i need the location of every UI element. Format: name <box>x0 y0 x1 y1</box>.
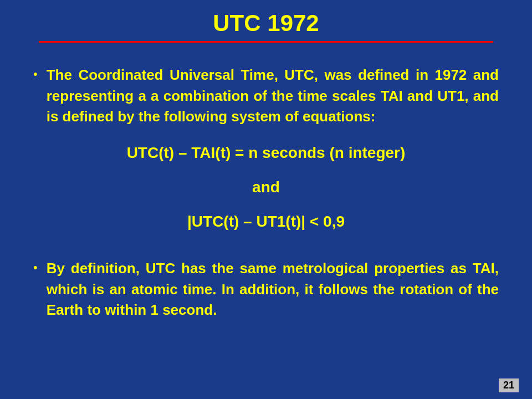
bullet-item-2: • By definition, UTC has the same metrol… <box>33 258 499 321</box>
bullet-text-2: By definition, UTC has the same metrolog… <box>47 258 499 321</box>
bullet-text-1: The Coordinated Universal Time, UTC, was… <box>47 65 499 127</box>
equations-area: UTC(t) – TAI(t) = n seconds (n integer) … <box>33 144 499 247</box>
title-area: UTC 1972 <box>0 0 532 48</box>
bullet-item-1: • The Coordinated Universal Time, UTC, w… <box>33 65 499 127</box>
equation-2: |UTC(t) – UT1(t)| < 0,9 <box>33 213 499 231</box>
slide: UTC 1972 • The Coordinated Universal Tim… <box>0 0 532 399</box>
slide-title: UTC 1972 <box>22 10 510 37</box>
bullet-dot-1: • <box>33 66 38 83</box>
content-area: • The Coordinated Universal Time, UTC, w… <box>0 48 532 399</box>
bullet-dot-2: • <box>33 259 38 277</box>
title-underline <box>39 41 493 43</box>
equation-1: UTC(t) – TAI(t) = n seconds (n integer) <box>33 144 499 162</box>
equation-and: and <box>33 178 499 196</box>
page-number: 21 <box>499 378 519 392</box>
